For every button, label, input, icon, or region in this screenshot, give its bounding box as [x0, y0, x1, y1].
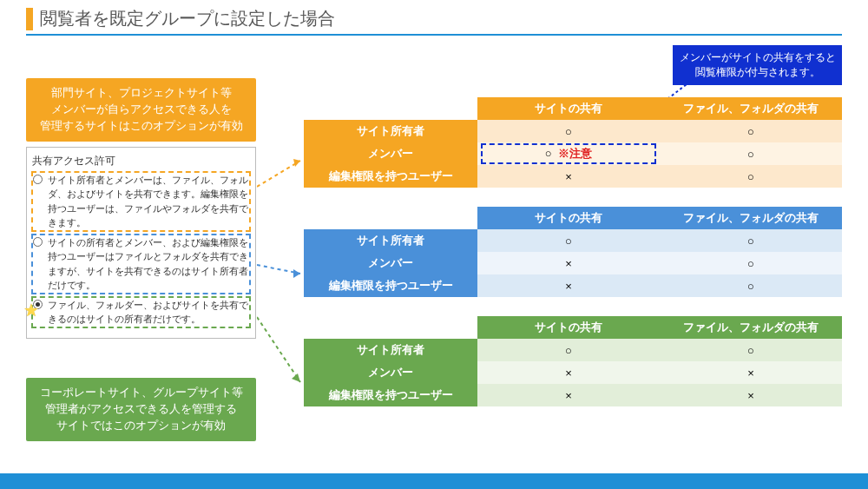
perm-option-0[interactable]: サイト所有者とメンバーは、ファイル、フォルダ、およびサイトを共有できます。編集権… — [32, 172, 250, 231]
svg-marker-5 — [293, 269, 300, 278]
cell: × — [660, 384, 842, 406]
callout-orange: 部門サイト、プロジェクトサイト等 メンバーが自らアクセスできる人を 管理するサイ… — [26, 78, 256, 142]
blank-header — [304, 97, 477, 120]
cell: × — [660, 361, 842, 384]
connector-orange — [257, 156, 307, 191]
blank-header — [304, 316, 477, 339]
perm-option-text: サイトの所有者とメンバー、および編集権限を持つユーザーはファイルとフォルダを共有… — [48, 235, 249, 293]
connector-green — [257, 313, 307, 391]
title-accent — [26, 8, 33, 30]
col-site-share: サイトの共有 — [477, 97, 660, 120]
cell: ○ — [477, 120, 660, 142]
permission-box-title: 共有アクセス許可 — [32, 153, 250, 169]
cell: ○ — [477, 339, 660, 361]
cell: ○ — [660, 229, 842, 252]
table-orange: サイトの共有 ファイル、フォルダの共有 サイト所有者 ○ ○ メンバー ○ ※注… — [304, 97, 842, 188]
callout-green: コーポレートサイト、グループサイト等 管理者がアクセスできる人を管理する サイト… — [26, 378, 256, 441]
cell: ○ — [660, 120, 842, 142]
table-blue: サイトの共有 ファイル、フォルダの共有 サイト所有者 ○ ○ メンバー × ○ … — [304, 207, 842, 297]
footer-bar — [0, 473, 868, 489]
blank-header — [304, 207, 477, 229]
cell: ○ — [477, 229, 660, 252]
row-editor: 編集権限を持つユーザー — [304, 165, 477, 188]
col-file-share: ファイル、フォルダの共有 — [660, 316, 842, 339]
cell: × — [477, 384, 660, 406]
star-icon: ★ — [23, 297, 39, 323]
table-green: サイトの共有 ファイル、フォルダの共有 サイト所有者 ○ ○ メンバー × × … — [304, 316, 842, 406]
cell: ○ — [660, 142, 842, 165]
perm-option-text: ファイル、フォルダー、およびサイトを共有できるのはサイトの所有者だけです。 — [48, 298, 249, 327]
svg-marker-3 — [293, 159, 300, 167]
cell: × — [477, 252, 660, 274]
permission-box: 共有アクセス許可 サイト所有者とメンバーは、ファイル、フォルダ、およびサイトを共… — [26, 147, 256, 339]
cell: × — [477, 361, 660, 384]
perm-option-1[interactable]: サイトの所有者とメンバー、および編集権限を持つユーザーはファイルとフォルダを共有… — [32, 235, 250, 294]
row-editor: 編集権限を持つユーザー — [304, 384, 477, 406]
row-member: メンバー — [304, 142, 477, 165]
row-owner: サイト所有者 — [304, 120, 477, 142]
svg-line-2 — [257, 161, 300, 187]
cell: × — [477, 274, 660, 297]
banner-line2: 閲覧権限が付与されます。 — [695, 66, 820, 78]
row-member: メンバー — [304, 252, 477, 274]
cell-mark: ○ — [545, 147, 552, 160]
cell: ○ — [660, 252, 842, 274]
col-file-share: ファイル、フォルダの共有 — [660, 207, 842, 229]
svg-line-6 — [257, 317, 300, 382]
perm-option-2[interactable]: ★ ファイル、フォルダー、およびサイトを共有できるのはサイトの所有者だけです。 — [32, 297, 250, 327]
svg-marker-7 — [292, 373, 300, 382]
cell: × — [477, 165, 660, 188]
col-site-share: サイトの共有 — [477, 207, 660, 229]
cell-warn: ○ ※注意 — [477, 142, 660, 165]
radio-icon — [33, 237, 43, 247]
col-file-share: ファイル、フォルダの共有 — [660, 97, 842, 120]
col-site-share: サイトの共有 — [477, 316, 660, 339]
row-owner: サイト所有者 — [304, 229, 477, 252]
banner-line1: メンバーがサイトの共有をすると — [680, 51, 836, 63]
row-editor: 編集権限を持つユーザー — [304, 274, 477, 297]
title-underline — [26, 34, 842, 36]
page-title: 閲覧者を既定グループに設定した場合 — [40, 7, 335, 30]
page-title-bar: 閲覧者を既定グループに設定した場合 — [0, 0, 868, 34]
top-banner: メンバーがサイトの共有をすると 閲覧権限が付与されます。 — [673, 45, 842, 85]
tables-area: サイトの共有 ファイル、フォルダの共有 サイト所有者 ○ ○ メンバー ○ ※注… — [304, 97, 842, 426]
cell: ○ — [660, 274, 842, 297]
cell: ○ — [660, 339, 842, 361]
radio-icon — [33, 175, 43, 184]
connector-blue — [257, 261, 307, 287]
perm-option-text: サイト所有者とメンバーは、ファイル、フォルダ、およびサイトを共有できます。編集権… — [48, 173, 249, 230]
svg-line-4 — [257, 265, 300, 274]
row-member: メンバー — [304, 361, 477, 384]
row-owner: サイト所有者 — [304, 339, 477, 361]
cell: ○ — [660, 165, 842, 188]
warn-label: ※注意 — [558, 147, 592, 160]
